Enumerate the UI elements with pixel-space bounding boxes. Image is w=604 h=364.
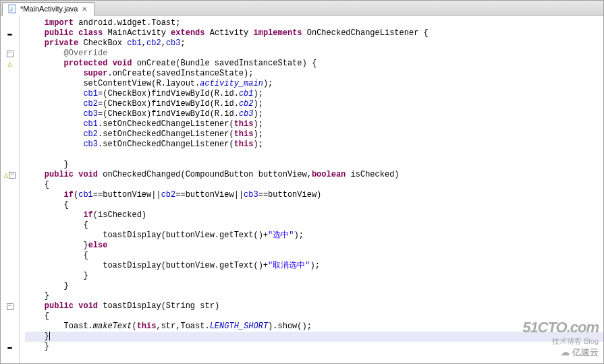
code-line[interactable]: if(cb1==buttonView||cb2==buttonView||cb3… — [25, 190, 603, 200]
gutter-row: △ — [1, 59, 19, 69]
code-line[interactable]: toastDisplay(buttonView.getText()+"选中"); — [25, 231, 603, 241]
code-token: cb1 — [127, 38, 142, 49]
code-token: class — [78, 28, 103, 38]
code-line[interactable]: cb2.setOnCheckedChangeListener(this); — [25, 129, 603, 140]
gutter-row — [1, 89, 19, 99]
code-token: =(CheckBox)findViewById(R.id. — [98, 99, 239, 109]
code-token: { — [45, 180, 49, 190]
code-line[interactable]: public void onCheckedChanged(CompoundBut… — [25, 170, 603, 180]
gutter-row — [1, 200, 19, 210]
code-line[interactable]: } — [25, 281, 603, 291]
code-line[interactable]: } — [25, 271, 603, 281]
fold-marker-icon[interactable]: − — [9, 172, 16, 179]
code-line[interactable]: cb1.setOnCheckedChangeListener(this); — [25, 119, 603, 129]
gutter-row — [1, 281, 19, 291]
code-token: implements — [254, 28, 302, 38]
code-token: if — [83, 210, 92, 220]
warning-marker-icon[interactable]: △ — [7, 59, 12, 68]
code-line[interactable]: cb1=(CheckBox)findViewById(R.id.cb1); — [25, 89, 603, 99]
code-token: , — [161, 38, 166, 49]
code-token: { — [83, 251, 88, 261]
text-cursor — [49, 332, 50, 340]
fold-marker-icon[interactable]: − — [7, 51, 13, 57]
gutter-row — [1, 261, 19, 271]
gutter-row — [1, 160, 19, 170]
code-token: ); — [253, 89, 263, 99]
code-line[interactable]: super.onCreate(savedInstanceState); — [25, 69, 603, 79]
code-token: private — [45, 38, 78, 49]
code-token: ==buttonView|| — [93, 190, 161, 200]
code-token: ==buttonView) — [258, 190, 322, 200]
code-token: } — [45, 342, 49, 352]
code-line[interactable]: } — [25, 342, 603, 352]
code-token: makeText — [93, 322, 132, 332]
code-line[interactable]: }else — [25, 241, 603, 251]
gutter-row — [1, 332, 19, 342]
code-line[interactable]: if(isChecked) — [25, 210, 603, 220]
code-token: cb1 — [239, 89, 254, 99]
code-token: cb3 — [83, 109, 98, 119]
code-line[interactable]: protected void onCreate(Bundle savedInst… — [25, 59, 603, 69]
code-content[interactable]: import android.widget.Toast; public clas… — [20, 16, 603, 363]
code-line[interactable]: } — [25, 160, 603, 170]
editor-container: J *MainActivity.java ✕ ▬−△△−−▬ import an… — [0, 0, 604, 364]
code-token: ); — [263, 79, 273, 89]
gutter-row — [1, 180, 19, 190]
gutter-row — [1, 241, 19, 251]
code-line[interactable]: private CheckBox cb1,cb2,cb3; — [25, 38, 603, 49]
gutter: ▬−△△−−▬ — [1, 16, 20, 363]
code-line[interactable] — [25, 150, 603, 160]
code-line[interactable]: cb3=(CheckBox)findViewById(R.id.cb3); — [25, 109, 603, 119]
code-line[interactable]: { — [25, 180, 603, 190]
code-token: void — [113, 59, 132, 69]
code-line[interactable]: import android.widget.Toast; — [25, 18, 603, 28]
code-token: ); — [253, 99, 263, 109]
code-line[interactable]: toastDisplay(buttonView.getText()+"取消选中"… — [25, 261, 603, 271]
code-token: onCheckedChanged(CompoundButton buttonVi… — [98, 170, 312, 180]
code-token: LENGTH_SHORT — [210, 322, 268, 332]
code-line[interactable]: { — [25, 200, 603, 210]
code-line[interactable]: { — [25, 251, 603, 261]
code-token: { — [64, 200, 69, 210]
code-token: this — [137, 322, 157, 332]
code-token: void — [78, 170, 98, 180]
code-token: Activity — [205, 28, 254, 38]
gutter-row — [1, 220, 19, 231]
gutter-row: − — [1, 49, 19, 59]
code-token: protected — [64, 59, 108, 69]
fold-marker-icon[interactable]: − — [7, 303, 13, 310]
code-line[interactable]: } — [25, 291, 603, 301]
warning-marker-icon[interactable]: △ — [4, 171, 9, 179]
code-token: ); — [253, 119, 263, 129]
code-line[interactable]: { — [25, 220, 603, 231]
code-token: .onCreate(savedInstanceState); — [107, 69, 253, 79]
code-token: { — [83, 220, 88, 231]
close-icon[interactable]: ✕ — [80, 5, 88, 13]
gutter-row — [1, 119, 19, 129]
tab-bar: J *MainActivity.java ✕ — [1, 1, 603, 16]
code-token: { — [45, 311, 49, 322]
code-token: cb1 — [83, 89, 98, 99]
code-token: .setOnCheckedChangeListener( — [98, 140, 234, 150]
code-token: } — [64, 281, 69, 291]
gutter-row — [1, 140, 19, 150]
code-token — [74, 301, 78, 311]
code-token: ); — [253, 109, 263, 119]
editor-tab[interactable]: J *MainActivity.java ✕ — [2, 2, 94, 16]
code-line[interactable]: Toast.makeText(this,str,Toast.LENGTH_SHO… — [25, 322, 603, 332]
code-line[interactable]: cb2=(CheckBox)findViewById(R.id.cb2); — [25, 99, 603, 109]
code-line[interactable]: { — [25, 311, 603, 322]
code-line[interactable]: cb3.setOnCheckedChangeListener(this); — [25, 140, 603, 150]
code-line[interactable]: public class MainActivity extends Activi… — [25, 28, 603, 38]
gutter-row — [1, 322, 19, 332]
code-token: (isChecked) — [93, 210, 146, 220]
code-token: .setOnCheckedChangeListener( — [98, 119, 234, 129]
gutter-row — [1, 251, 19, 261]
code-line[interactable]: public void toastDisplay(String str) — [25, 301, 603, 311]
code-line[interactable]: } — [25, 332, 603, 342]
code-token: cb2 — [239, 99, 254, 109]
code-token: toastDisplay(buttonView.getText()+ — [103, 261, 268, 271]
code-token: setContentView(R.layout. — [83, 79, 200, 89]
code-line[interactable]: setContentView(R.layout.activity_main); — [25, 79, 603, 89]
code-line[interactable]: @Override — [25, 49, 603, 59]
